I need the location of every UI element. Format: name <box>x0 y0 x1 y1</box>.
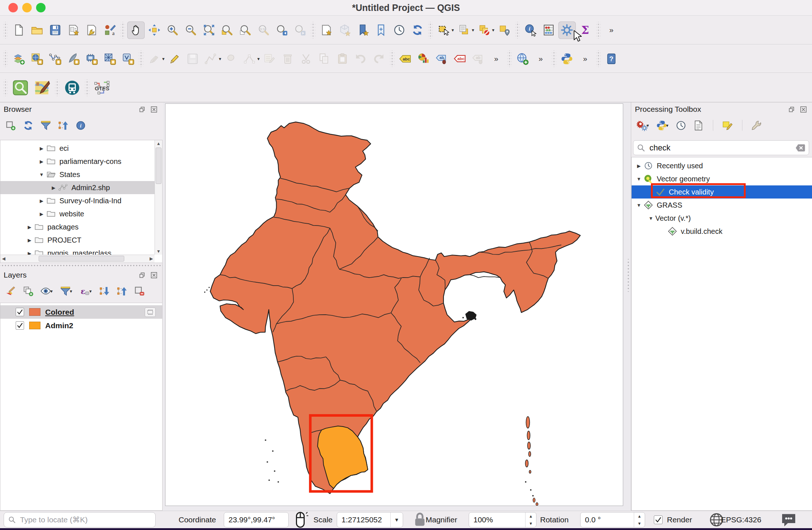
panel-splitter[interactable] <box>627 259 630 292</box>
toolbar-drag-handle[interactable] <box>515 22 520 39</box>
metasearch-button[interactable] <box>514 50 531 67</box>
toolbar-drag-handle[interactable] <box>55 79 59 96</box>
deselect-features-button[interactable] <box>475 21 493 39</box>
save-project-button[interactable] <box>46 21 64 39</box>
new-3d-map-view-button[interactable] <box>336 21 353 39</box>
save-layer-edits-button[interactable] <box>184 50 202 67</box>
zoom-to-layer-button[interactable] <box>237 21 254 39</box>
new-map-view-button[interactable] <box>317 21 335 39</box>
caret-down-icon[interactable]: ▾ <box>89 288 92 294</box>
scroll-right-arrow[interactable]: ▶ <box>148 255 155 263</box>
identify-features-button[interactable]: i <box>522 21 539 39</box>
new-spatial-bookmark-button[interactable] <box>354 21 371 39</box>
open-data-source-manager-button[interactable] <box>10 50 27 67</box>
toolbar-drag-handle[interactable] <box>3 50 8 67</box>
toolbar-drag-handle[interactable] <box>390 50 394 67</box>
layer-visibility-checkbox[interactable] <box>16 308 24 316</box>
add-virtual-layer-button[interactable] <box>119 50 137 67</box>
render-checkbox-box[interactable] <box>654 515 663 524</box>
browser-item-website[interactable]: ▶website <box>0 207 155 220</box>
browser-horizontal-scrollbar[interactable]: ◀ ▶ <box>0 255 155 263</box>
expand--arrow-icon[interactable]: ▶ <box>37 146 46 151</box>
gtfs-loader-button[interactable]: GTFS <box>91 77 113 98</box>
history-button[interactable] <box>675 120 687 131</box>
collapse-all-button[interactable] <box>116 286 128 297</box>
locator-input[interactable] <box>19 515 152 525</box>
toolbar-drag-handle[interactable] <box>596 50 601 67</box>
panel-splitter[interactable] <box>0 263 163 268</box>
temporal-controller-button[interactable] <box>390 21 408 39</box>
help-button[interactable]: ? <box>603 50 620 67</box>
browser-item-states[interactable]: ▼States <box>0 168 155 181</box>
add-selected-layers-button[interactable] <box>5 120 16 131</box>
expand-collapse-arrow-icon[interactable]: ▼ <box>635 176 643 182</box>
expand--arrow-icon[interactable]: ▶ <box>37 211 46 217</box>
epsg-indicator[interactable]: EPSG:4326 <box>721 511 761 529</box>
toolbar-drag-handle[interactable] <box>428 22 433 39</box>
expand-collapse-arrow-icon[interactable]: ▼ <box>37 172 46 177</box>
layer-visibility-checkbox[interactable] <box>16 321 24 330</box>
spinbox-steppers[interactable]: ▲▼ <box>634 513 645 527</box>
browser-item-survey-of-india-ind[interactable]: ▶Survey-of-India-Ind <box>0 194 155 207</box>
layer-item-colored[interactable]: Colored <box>0 305 162 319</box>
render-checkbox[interactable] <box>654 511 663 529</box>
zoom-last-button[interactable] <box>273 21 290 39</box>
algorithm-recently-used[interactable]: ▶Recently used <box>632 159 812 172</box>
coordinate-input[interactable]: 23.99°,99.47° <box>224 512 289 527</box>
expand--arrow-icon[interactable]: ▶ <box>25 224 34 230</box>
pin-unpin-labels-button[interactable]: ab <box>433 50 450 67</box>
close-panel-button[interactable] <box>149 105 159 114</box>
scrollbar-thumb[interactable] <box>39 256 124 262</box>
cut-features-button[interactable] <box>297 50 315 67</box>
add-vector-layer-button[interactable] <box>46 50 64 67</box>
copy-features-button[interactable] <box>316 50 333 67</box>
scroll-down-arrow[interactable]: ▼ <box>155 248 162 255</box>
open-layer-styling-button[interactable] <box>5 286 16 297</box>
caret-down-icon[interactable]: ▾ <box>666 123 669 128</box>
expand--arrow-icon[interactable]: ▶ <box>635 163 643 169</box>
collapse-all-browser-button[interactable] <box>58 120 69 131</box>
scroll-up-arrow[interactable]: ▲ <box>155 140 162 147</box>
combo-dropdown-arrow[interactable]: ▼ <box>390 513 403 527</box>
browser-item-pyqgis-masterclass[interactable]: ▶pyqgis_masterclass <box>0 247 155 255</box>
toolbar-drag-handle[interactable] <box>596 22 601 39</box>
algorithm-vector-geometry[interactable]: ▼Vector geometry <box>632 172 812 185</box>
show-layout-manager-button[interactable] <box>83 21 100 39</box>
python-console-button[interactable] <box>558 50 576 67</box>
statistical-summary-button[interactable] <box>540 21 558 39</box>
remove-layer-button[interactable] <box>134 286 145 297</box>
caret-down-icon[interactable]: ▾ <box>50 288 53 294</box>
show-spatial-bookmarks-button[interactable] <box>372 21 390 39</box>
browser-vertical-scrollbar[interactable]: ▲ ▼ <box>155 140 162 255</box>
rotation-spinbox[interactable]: 0.0 ° ▲▼ <box>580 512 645 527</box>
manage-map-themes-button[interactable]: ▾ <box>40 286 54 297</box>
undo-button[interactable] <box>352 50 370 67</box>
expand--arrow-icon[interactable]: ▶ <box>25 237 34 243</box>
memory-layer-indicator-icon[interactable] <box>145 307 156 317</box>
add-database-layer-button[interactable] <box>83 50 100 67</box>
current-edits-button[interactable] <box>145 50 163 67</box>
toolbar-drag-handle[interactable] <box>311 22 315 39</box>
close-panel-button[interactable] <box>149 270 159 280</box>
layer-labeling-options-button[interactable]: abc <box>397 50 414 67</box>
redo-button[interactable] <box>370 50 388 67</box>
zoom-to-selection-button[interactable] <box>218 21 236 39</box>
expand--arrow-icon[interactable]: ▶ <box>25 251 34 255</box>
close-panel-button[interactable] <box>799 105 808 114</box>
spinbox-steppers[interactable]: ▲▼ <box>525 513 536 527</box>
open-project-button[interactable] <box>28 21 46 39</box>
map-canvas[interactable] <box>165 103 623 506</box>
layer-diagram-options-button[interactable] <box>415 50 432 67</box>
browser-item-admin2-shp[interactable]: ▶Admin2.shp <box>0 181 155 194</box>
layer-properties-button[interactable]: i <box>75 120 86 131</box>
highlight-pinned-labels-button[interactable]: abc <box>451 50 469 67</box>
expand--arrow-icon[interactable]: ▶ <box>49 185 58 191</box>
move-feature-button[interactable] <box>222 50 240 67</box>
toolbox-options-button[interactable]: ▾ <box>636 120 650 131</box>
toolbar-drag-handle[interactable] <box>85 79 89 96</box>
expand-collapse-arrow-icon[interactable]: ▼ <box>647 216 655 221</box>
toolbar-drag-handle[interactable] <box>507 50 512 67</box>
toolbar-drag-handle[interactable] <box>3 22 8 39</box>
refresh-browser-button[interactable] <box>23 120 34 131</box>
messages-button[interactable] <box>780 511 797 529</box>
